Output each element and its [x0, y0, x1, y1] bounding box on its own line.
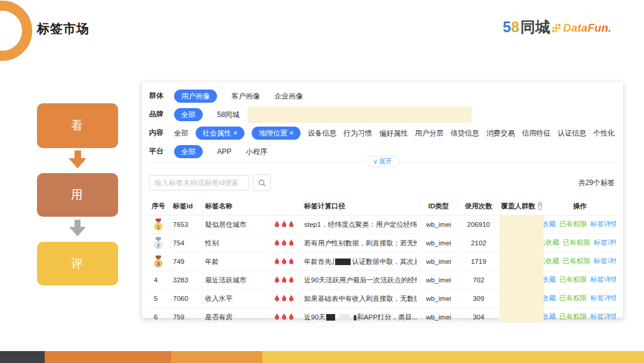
search-button[interactable] — [253, 174, 271, 191]
caliber-text: 认证数据中取，其次从... — [352, 257, 417, 266]
filter-option[interactable]: 偏好属性 — [379, 130, 408, 137]
actions-cell: 收藏已有权限标签详情 — [544, 308, 616, 326]
filter-option[interactable]: 客户画像 — [231, 93, 260, 100]
flame-icon — [274, 313, 280, 321]
footer-bar — [0, 351, 644, 363]
filter-option[interactable]: 消费交易 — [486, 130, 515, 137]
header-id-type: ID类型 — [420, 197, 458, 215]
filter-option[interactable]: 行为习惯 — [343, 130, 372, 137]
datafun-wordmark: DataFun. — [563, 21, 611, 35]
favorite-link[interactable]: 收藏 — [544, 221, 556, 228]
filter-row-content: 内容 全部社会属性 ×地理位置 ×设备信息行为习惯偏好属性用户分层借贷信息消费交… — [149, 124, 616, 142]
filter-option[interactable]: 用户分层 — [415, 130, 444, 137]
filter-label: 品牌 — [149, 109, 167, 119]
filter-option[interactable]: 信用特征 — [522, 130, 550, 137]
logo-5: 5 — [503, 19, 511, 35]
caliber-text: 如果基础表中有收入则直接取，无数据... — [304, 294, 417, 303]
heat-level — [272, 308, 302, 326]
filter-option[interactable]: 社会属性 × — [196, 127, 244, 140]
has-permission-link[interactable]: 已有权限 — [559, 221, 587, 228]
has-permission-link[interactable]: 已有权限 — [559, 295, 587, 302]
filter-option[interactable]: 地理位置 × — [252, 127, 301, 140]
caliber-cell: 如果基础表中有收入则直接取，无数据... — [302, 290, 420, 307]
usage-count-cell: 2102 — [458, 234, 500, 252]
actions-cell: 已收藏已有权限标签详情 — [544, 253, 616, 270]
tag-id-cell: 3283 — [171, 271, 203, 289]
filter-option[interactable]: 借贷信息 — [451, 130, 479, 137]
tag-detail-link[interactable]: 标签详情 — [594, 258, 616, 265]
tag-id-cell: 759 — [171, 308, 203, 326]
tag-detail-link[interactable]: 标签详情 — [590, 276, 616, 284]
redaction-box — [339, 314, 350, 320]
header-coverage: 覆盖人群数 ? — [500, 197, 544, 215]
flame-icon — [281, 294, 287, 303]
favorited-link[interactable]: 已收藏 — [544, 258, 559, 265]
filter-option[interactable]: 认证信息 — [558, 130, 586, 137]
favorited-link[interactable]: 已收藏 — [544, 239, 559, 247]
favorite-link[interactable]: 收藏 — [544, 295, 556, 302]
caliber-cell: 年龄首先从认证数据中取，其次从... — [302, 253, 420, 270]
58tongcheng-logo: 58同城 — [503, 17, 550, 37]
slide: 标签市场 58同城 DataFun. 看 用 评 群体 用户画像客户画像企业画像… — [0, 0, 644, 363]
flame-icon — [274, 220, 280, 229]
tag-detail-link[interactable]: 标签详情 — [590, 313, 616, 321]
actions-cell: 已收藏已有权限标签详情 — [544, 234, 616, 252]
header-tag-name: 标签名称 — [203, 197, 302, 215]
tag-detail-link[interactable]: 标签详情 — [590, 295, 616, 302]
has-permission-link[interactable]: 已有权限 — [563, 239, 590, 247]
flame-icon — [274, 276, 280, 284]
table-body: 1 7653 疑似居住城市 step1，经纬度点聚类：用户定位经纬... wb_… — [149, 216, 616, 327]
footer-segment-amber — [171, 351, 262, 363]
filter-divider: ∨ 展开 — [149, 162, 616, 167]
filter-label: 内容 — [149, 128, 167, 138]
logo-8: 8 — [511, 19, 519, 35]
coverage-column-redaction — [500, 215, 544, 322]
caliber-text: 近90天 — [304, 313, 325, 322]
header-tag-id: 标签id — [171, 197, 203, 215]
filter-option[interactable]: APP — [217, 148, 231, 155]
filter-option[interactable]: 企业画像 — [274, 93, 303, 100]
flame-icon — [289, 239, 294, 247]
favorite-link[interactable]: 收藏 — [544, 313, 556, 321]
heat-level — [272, 253, 302, 270]
tag-detail-link[interactable]: 标签详情 — [594, 239, 616, 247]
flame-icon — [289, 257, 294, 266]
flame-icon — [289, 276, 294, 284]
caliber-text: 若有用户性别数据，则直接取；若无性... — [304, 239, 417, 248]
filter-option[interactable]: 小程序 — [246, 148, 267, 155]
filter-options: 用户画像客户画像企业画像 — [174, 90, 303, 103]
heat-level — [272, 271, 302, 289]
tag-detail-link[interactable]: 标签详情 — [590, 221, 616, 228]
heat-level — [272, 234, 302, 252]
has-permission-link[interactable]: 已有权限 — [559, 313, 587, 321]
actions-cell: 收藏已有权限标签详情 — [544, 216, 616, 233]
caliber-text: 年龄首先从 — [304, 257, 334, 266]
has-permission-link[interactable]: 已有权限 — [559, 276, 587, 284]
filter-option[interactable]: 全部 — [174, 145, 203, 158]
table-row: 2 754 性别 若有用户性别数据，则直接取；若无性... wb_imei 21… — [149, 234, 616, 253]
search-input[interactable] — [149, 175, 249, 190]
id-type-cell: wb_imei — [420, 308, 458, 326]
rank-cell: 1 — [149, 216, 171, 233]
header-actions: 操作 — [544, 197, 616, 215]
actions-cell: 收藏已有权限标签详情 — [544, 290, 616, 307]
flame-icon — [274, 294, 280, 303]
filter-option[interactable]: 全部 — [174, 108, 203, 121]
flame-icon — [289, 294, 294, 303]
filter-option[interactable]: 58同城 — [217, 111, 239, 118]
redaction-box — [326, 314, 335, 321]
filter-option[interactable]: 用户画像 — [174, 90, 217, 103]
header-caliber: 标签计算口径 — [302, 197, 420, 215]
filter-option[interactable]: 个性化 — [593, 130, 615, 137]
page-title: 标签市场 — [37, 20, 89, 37]
filter-row-group: 群体 用户画像客户画像企业画像 — [149, 87, 616, 105]
arrow-down-gray-icon — [65, 220, 90, 236]
header-rank: 序号 — [149, 197, 171, 215]
flow-step-look: 看 — [37, 103, 118, 148]
rank-cell: 3 — [149, 253, 171, 270]
filter-option[interactable]: 全部 — [174, 130, 188, 137]
help-icon[interactable]: ? — [538, 202, 542, 210]
has-permission-link[interactable]: 已有权限 — [563, 258, 590, 265]
favorite-link[interactable]: 收藏 — [544, 276, 556, 284]
filter-option[interactable]: 设备信息 — [308, 130, 336, 137]
